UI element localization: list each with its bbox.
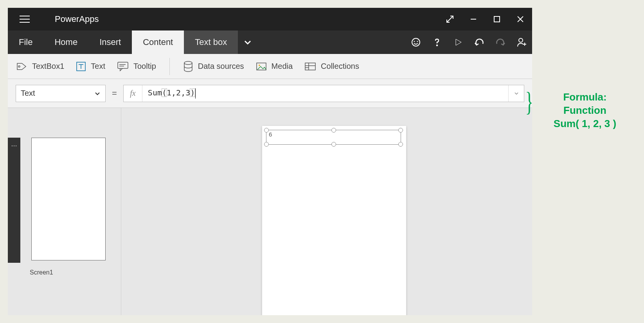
ribbon-collections-label: Collections (321, 62, 359, 71)
titlebar: PowerApps (8, 8, 532, 31)
svg-point-10 (437, 45, 437, 46)
svg-rect-22 (305, 63, 315, 70)
selected-textbox-control[interactable]: 6 (266, 130, 401, 145)
close-button[interactable] (509, 8, 532, 31)
app-title: PowerApps (55, 14, 99, 24)
svg-point-8 (414, 41, 415, 42)
textbox-value: 6 (269, 131, 272, 138)
tag-icon (16, 62, 27, 71)
play-preview-icon[interactable] (448, 31, 469, 54)
redo-icon[interactable] (490, 31, 511, 54)
resize-handle-tr[interactable] (398, 128, 403, 133)
fx-icon: fx (124, 85, 142, 102)
property-selector[interactable]: Text (16, 85, 106, 102)
resize-handle-tl[interactable] (264, 128, 269, 133)
minimize-button[interactable] (462, 8, 485, 31)
thumbnail-options-strip[interactable]: … (8, 138, 20, 263)
svg-rect-4 (494, 16, 500, 22)
ribbon-collections[interactable]: Collections (304, 62, 359, 71)
svg-point-21 (259, 65, 260, 66)
tab-insert[interactable]: Insert (88, 31, 132, 54)
svg-point-9 (417, 41, 418, 42)
ribbon-datasources-label: Data sources (198, 62, 244, 71)
annotation-brace: } (525, 88, 533, 116)
resize-handle-br[interactable] (398, 142, 403, 147)
chevron-down-icon (94, 90, 101, 97)
tooltip-icon (117, 61, 129, 72)
svg-rect-16 (118, 62, 128, 68)
workspace: … Screen1 6 (8, 108, 532, 315)
media-icon (256, 62, 267, 71)
ribbon-media[interactable]: Media (256, 62, 293, 71)
annotation-line-1: Formula: (540, 91, 630, 104)
ribbon-text-label: Text (91, 62, 105, 71)
collections-icon (304, 62, 316, 71)
svg-point-14 (18, 66, 20, 67)
chevron-down-icon[interactable] (238, 31, 257, 54)
ribbon-tooltip-label: Tooltip (133, 62, 156, 71)
help-icon[interactable] (426, 31, 448, 54)
equals-sign: = (112, 88, 117, 99)
ribbon-control-name[interactable]: TextBox1 (16, 62, 64, 71)
resize-handle-bc[interactable] (331, 142, 336, 147)
expand-icon[interactable] (438, 8, 462, 31)
svg-point-19 (184, 61, 192, 65)
annotation-line-3: Sum( 1, 2, 3 ) (540, 117, 630, 131)
undo-icon[interactable] (469, 31, 490, 54)
ellipsis-icon: … (11, 141, 17, 263)
share-user-icon[interactable] (511, 31, 532, 54)
app-window: PowerApps File Home Insert Content Text … (8, 8, 532, 315)
ribbon-tooltip[interactable]: Tooltip (117, 61, 156, 72)
tab-textbox-context[interactable]: Text box (184, 31, 238, 54)
menubar: File Home Insert Content Text box (8, 31, 532, 54)
annotation-line-2: Function (540, 104, 630, 117)
resize-handle-bl[interactable] (264, 142, 269, 147)
svg-point-11 (519, 38, 523, 42)
screen-label[interactable]: Screen1 (30, 269, 53, 276)
screen-thumbnail[interactable] (31, 138, 106, 260)
ribbon-media-label: Media (272, 62, 293, 71)
ribbon-divider (169, 58, 170, 75)
app-screen-canvas[interactable]: 6 (262, 126, 406, 315)
formula-text[interactable]: Sum(1,2,3) (142, 88, 201, 99)
formula-expand-icon[interactable] (508, 85, 524, 102)
svg-point-7 (412, 38, 420, 46)
ribbon-datasources[interactable]: Data sources (183, 61, 244, 72)
ribbon-text[interactable]: Text (76, 61, 105, 72)
smile-feedback-icon[interactable] (405, 31, 426, 54)
text-icon (76, 61, 86, 72)
database-icon (183, 61, 193, 72)
tab-content[interactable]: Content (132, 31, 184, 54)
formula-bar-row: Text = fx Sum(1,2,3) (8, 79, 532, 108)
tab-home[interactable]: Home (43, 31, 88, 54)
ribbon: TextBox1 Text Tooltip Data sources Media… (8, 54, 532, 79)
formula-bar[interactable]: fx Sum(1,2,3) (123, 85, 524, 102)
annotation-text: Formula: Function Sum( 1, 2, 3 ) (540, 91, 630, 130)
resize-handle-tc[interactable] (331, 128, 336, 133)
hamburger-menu-button[interactable] (20, 15, 35, 23)
maximize-button[interactable] (485, 8, 509, 31)
screens-panel: … Screen1 (8, 108, 121, 315)
canvas-area[interactable]: 6 (121, 108, 532, 315)
control-name-label: TextBox1 (32, 62, 64, 71)
property-selector-value: Text (21, 89, 35, 98)
tab-file[interactable]: File (8, 31, 43, 54)
